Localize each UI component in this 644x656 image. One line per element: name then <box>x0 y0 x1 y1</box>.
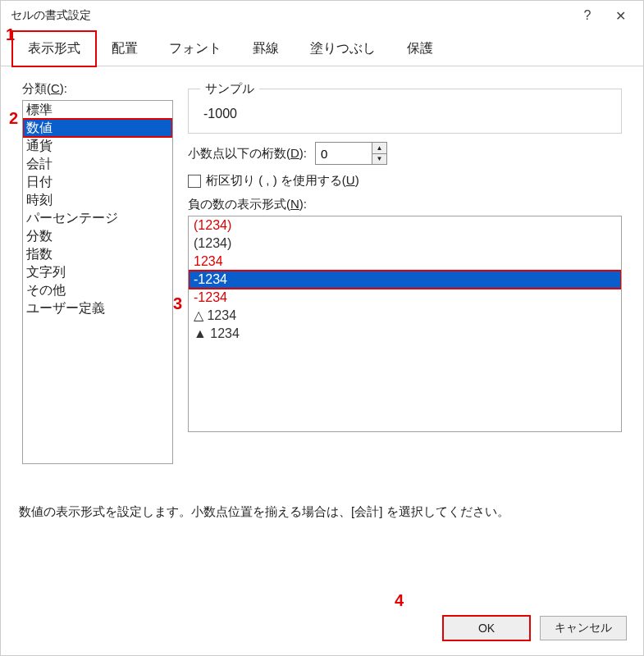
thousands-label: 桁区切り ( , ) を使用する(U) <box>206 173 359 189</box>
title-bar: セルの書式設定 ? ✕ <box>1 1 643 30</box>
negative-item[interactable]: (1234) <box>189 235 621 253</box>
decimals-row: 小数点以下の桁数(D): ▲ ▼ <box>188 142 622 165</box>
annotation-4: 4 <box>395 591 404 610</box>
tab-content: 分類(C): 標準 数値 通貨 会計 日付 時刻 パーセンテージ 分数 指数 文… <box>1 66 643 471</box>
decimals-label: 小数点以下の桁数(D): <box>188 146 307 162</box>
cancel-button[interactable]: キャンセル <box>540 616 627 640</box>
decimals-input[interactable] <box>315 142 372 165</box>
close-button[interactable]: ✕ <box>604 3 637 28</box>
sample-legend: サンプル <box>200 81 259 97</box>
description-text: 数値の表示形式を設定します。小数点位置を揃える場合は、[会計] を選択してくださ… <box>19 504 509 520</box>
sample-value: -1000 <box>200 103 610 121</box>
tab-label: 表示形式 <box>28 41 80 55</box>
options-column: サンプル -1000 小数点以下の桁数(D): ▲ ▼ 桁区切 <box>188 81 622 464</box>
tab-protection[interactable]: 保護 <box>391 31 449 66</box>
thousands-checkbox[interactable] <box>188 175 201 188</box>
category-column: 分類(C): 標準 数値 通貨 会計 日付 時刻 パーセンテージ 分数 指数 文… <box>22 81 173 464</box>
tab-font[interactable]: フォント <box>153 31 237 66</box>
category-item-custom[interactable]: ユーザー定義 <box>23 299 172 317</box>
tab-border[interactable]: 罫線 <box>237 31 295 66</box>
category-label: 分類(C): <box>22 81 173 97</box>
format-cells-dialog: セルの書式設定 ? ✕ 表示形式 配置 フォント 罫線 塗りつぶし 保護 分類(… <box>0 0 644 656</box>
negative-listbox[interactable]: (1234) (1234) 1234 -1234 -1234 △ 1234 ▲ … <box>188 216 622 432</box>
negative-item[interactable]: ▲ 1234 <box>189 325 621 343</box>
category-item-currency[interactable]: 通貨 <box>23 137 172 155</box>
category-item-percent[interactable]: パーセンテージ <box>23 209 172 227</box>
tab-label: 保護 <box>407 41 433 55</box>
category-item-text[interactable]: 文字列 <box>23 263 172 281</box>
tab-label: 塗りつぶし <box>310 41 376 55</box>
category-item-fraction[interactable]: 分数 <box>23 227 172 245</box>
category-item-number[interactable]: 数値 <box>23 119 172 137</box>
tab-fill[interactable]: 塗りつぶし <box>295 31 391 66</box>
decimals-spinner[interactable]: ▲ ▼ <box>315 142 387 165</box>
category-item-accounting[interactable]: 会計 <box>23 155 172 173</box>
ok-button[interactable]: OK <box>443 616 530 640</box>
negative-label: 負の数の表示形式(N): <box>188 197 622 212</box>
negative-item[interactable]: (1234) <box>189 216 621 235</box>
negative-item[interactable]: 1234 <box>189 253 621 271</box>
dialog-title: セルの書式設定 <box>7 8 571 23</box>
category-item-special[interactable]: その他 <box>23 281 172 299</box>
tab-label: 配置 <box>112 41 138 55</box>
negative-item[interactable]: -1234 <box>189 289 621 307</box>
tab-alignment[interactable]: 配置 <box>96 31 153 66</box>
tab-label: 罫線 <box>253 41 279 55</box>
category-item-scientific[interactable]: 指数 <box>23 245 172 263</box>
thousands-row[interactable]: 桁区切り ( , ) を使用する(U) <box>188 173 622 189</box>
sample-group: サンプル -1000 <box>188 81 622 134</box>
tab-label: フォント <box>169 41 222 55</box>
tab-number-format[interactable]: 表示形式 <box>12 31 96 66</box>
footer-buttons: OK キャンセル <box>443 616 627 640</box>
negative-item[interactable]: △ 1234 <box>189 307 621 325</box>
help-button[interactable]: ? <box>571 3 604 28</box>
spinner-buttons: ▲ ▼ <box>372 142 387 165</box>
category-listbox[interactable]: 標準 数値 通貨 会計 日付 時刻 パーセンテージ 分数 指数 文字列 その他 … <box>22 100 173 464</box>
category-item-time[interactable]: 時刻 <box>23 191 172 209</box>
category-item-date[interactable]: 日付 <box>23 173 172 191</box>
tab-strip: 表示形式 配置 フォント 罫線 塗りつぶし 保護 <box>1 30 643 66</box>
negative-item-selected[interactable]: -1234 <box>189 271 621 289</box>
category-item-standard[interactable]: 標準 <box>23 101 172 119</box>
spinner-up[interactable]: ▲ <box>372 143 386 154</box>
spinner-down[interactable]: ▼ <box>372 154 386 165</box>
